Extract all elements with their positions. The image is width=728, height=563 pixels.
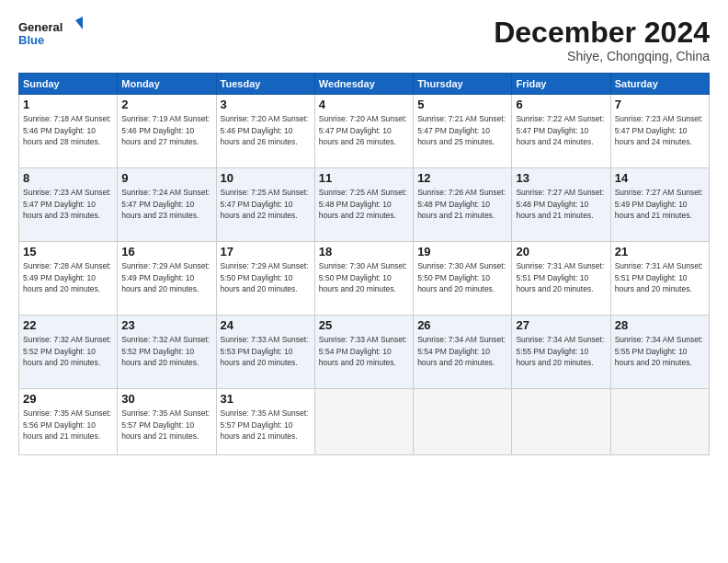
calendar-cell [512,389,610,455]
calendar-week-row: 29Sunrise: 7:35 AM Sunset: 5:56 PM Dayli… [19,389,710,455]
day-number: 4 [319,98,409,111]
svg-text:General: General [18,20,63,34]
calendar-cell: 9Sunrise: 7:24 AM Sunset: 5:47 PM Daylig… [118,168,216,242]
day-info: Sunrise: 7:23 AM Sunset: 5:47 PM Dayligh… [23,187,113,221]
day-info: Sunrise: 7:33 AM Sunset: 5:53 PM Dayligh… [221,334,311,368]
day-info: Sunrise: 7:18 AM Sunset: 5:46 PM Dayligh… [23,113,113,147]
day-number: 31 [221,392,311,406]
day-number: 14 [615,171,705,185]
page: General Blue December 2024 Shiye, Chongq… [0,0,728,563]
day-number: 1 [23,98,113,111]
calendar-day-header: Monday [118,74,216,95]
day-number: 8 [23,171,113,185]
day-info: Sunrise: 7:27 AM Sunset: 5:49 PM Dayligh… [615,187,705,221]
subtitle: Shiye, Chongqing, China [494,49,710,63]
header: General Blue December 2024 Shiye, Chongq… [18,17,710,63]
day-number: 20 [516,245,606,259]
calendar-day-header: Wednesday [314,74,413,95]
calendar-cell: 21Sunrise: 7:31 AM Sunset: 5:51 PM Dayli… [610,242,709,316]
day-info: Sunrise: 7:21 AM Sunset: 5:47 PM Dayligh… [417,113,507,147]
day-number: 5 [417,98,507,111]
day-number: 29 [23,392,113,406]
svg-text:Blue: Blue [18,33,44,47]
calendar-cell: 20Sunrise: 7:31 AM Sunset: 5:51 PM Dayli… [512,242,610,316]
calendar-cell: 10Sunrise: 7:25 AM Sunset: 5:47 PM Dayli… [216,168,314,242]
calendar-cell: 18Sunrise: 7:30 AM Sunset: 5:50 PM Dayli… [314,242,413,316]
day-info: Sunrise: 7:30 AM Sunset: 5:50 PM Dayligh… [319,260,409,294]
day-number: 7 [615,98,705,111]
day-number: 27 [516,318,606,332]
title-block: December 2024 Shiye, Chongqing, China [494,17,710,63]
calendar-cell: 17Sunrise: 7:29 AM Sunset: 5:50 PM Dayli… [216,242,314,316]
calendar-cell: 28Sunrise: 7:34 AM Sunset: 5:55 PM Dayli… [610,316,709,389]
day-info: Sunrise: 7:31 AM Sunset: 5:51 PM Dayligh… [615,260,705,294]
day-number: 12 [417,171,507,185]
day-info: Sunrise: 7:20 AM Sunset: 5:46 PM Dayligh… [221,113,311,147]
logo: General Blue [18,17,83,53]
day-number: 25 [319,318,409,332]
calendar-week-row: 8Sunrise: 7:23 AM Sunset: 5:47 PM Daylig… [19,168,710,242]
calendar-cell: 27Sunrise: 7:34 AM Sunset: 5:55 PM Dayli… [512,316,610,389]
day-number: 19 [417,245,507,259]
calendar-cell [414,389,512,455]
day-number: 26 [417,318,507,332]
day-number: 2 [121,98,211,111]
svg-marker-2 [75,17,83,29]
day-number: 17 [221,245,311,259]
day-info: Sunrise: 7:34 AM Sunset: 5:55 PM Dayligh… [615,334,705,368]
day-number: 13 [516,171,606,185]
calendar-cell: 30Sunrise: 7:35 AM Sunset: 5:57 PM Dayli… [118,389,216,455]
calendar-cell [610,389,709,455]
day-number: 9 [121,171,211,185]
calendar-cell [314,389,413,455]
day-number: 6 [516,98,606,111]
day-number: 23 [121,318,211,332]
calendar-cell: 26Sunrise: 7:34 AM Sunset: 5:54 PM Dayli… [414,316,512,389]
calendar-week-row: 15Sunrise: 7:28 AM Sunset: 5:49 PM Dayli… [19,242,710,316]
day-info: Sunrise: 7:29 AM Sunset: 5:49 PM Dayligh… [121,260,211,294]
day-number: 15 [23,245,113,259]
day-info: Sunrise: 7:35 AM Sunset: 5:56 PM Dayligh… [23,408,113,442]
calendar-day-header: Friday [512,74,610,95]
day-number: 3 [221,98,311,111]
day-info: Sunrise: 7:24 AM Sunset: 5:47 PM Dayligh… [121,187,211,221]
day-info: Sunrise: 7:30 AM Sunset: 5:50 PM Dayligh… [417,260,507,294]
calendar-cell: 23Sunrise: 7:32 AM Sunset: 5:52 PM Dayli… [118,316,216,389]
calendar-day-header: Saturday [610,74,709,95]
day-number: 11 [319,171,409,185]
calendar-cell: 1Sunrise: 7:18 AM Sunset: 5:46 PM Daylig… [19,95,118,168]
day-info: Sunrise: 7:35 AM Sunset: 5:57 PM Dayligh… [221,408,311,442]
day-info: Sunrise: 7:28 AM Sunset: 5:49 PM Dayligh… [23,260,113,294]
calendar-cell: 7Sunrise: 7:23 AM Sunset: 5:47 PM Daylig… [610,95,709,168]
calendar-cell: 8Sunrise: 7:23 AM Sunset: 5:47 PM Daylig… [19,168,118,242]
day-info: Sunrise: 7:32 AM Sunset: 5:52 PM Dayligh… [121,334,211,368]
calendar-cell: 15Sunrise: 7:28 AM Sunset: 5:49 PM Dayli… [19,242,118,316]
calendar-cell: 25Sunrise: 7:33 AM Sunset: 5:54 PM Dayli… [314,316,413,389]
calendar-cell: 11Sunrise: 7:25 AM Sunset: 5:48 PM Dayli… [314,168,413,242]
calendar-day-header: Thursday [414,74,512,95]
calendar-cell: 29Sunrise: 7:35 AM Sunset: 5:56 PM Dayli… [19,389,118,455]
day-number: 10 [221,171,311,185]
day-number: 28 [615,318,705,332]
calendar-week-row: 1Sunrise: 7:18 AM Sunset: 5:46 PM Daylig… [19,95,710,168]
calendar-cell: 13Sunrise: 7:27 AM Sunset: 5:48 PM Dayli… [512,168,610,242]
day-info: Sunrise: 7:31 AM Sunset: 5:51 PM Dayligh… [516,260,606,294]
day-info: Sunrise: 7:26 AM Sunset: 5:48 PM Dayligh… [417,187,507,221]
calendar-header-row: SundayMondayTuesdayWednesdayThursdayFrid… [19,74,710,95]
calendar-cell: 31Sunrise: 7:35 AM Sunset: 5:57 PM Dayli… [216,389,314,455]
day-info: Sunrise: 7:35 AM Sunset: 5:57 PM Dayligh… [121,408,211,442]
day-info: Sunrise: 7:32 AM Sunset: 5:52 PM Dayligh… [23,334,113,368]
day-info: Sunrise: 7:23 AM Sunset: 5:47 PM Dayligh… [615,113,705,147]
calendar-day-header: Tuesday [216,74,314,95]
day-number: 24 [221,318,311,332]
day-info: Sunrise: 7:34 AM Sunset: 5:55 PM Dayligh… [516,334,606,368]
calendar-cell: 6Sunrise: 7:22 AM Sunset: 5:47 PM Daylig… [512,95,610,168]
calendar-cell: 22Sunrise: 7:32 AM Sunset: 5:52 PM Dayli… [19,316,118,389]
day-info: Sunrise: 7:25 AM Sunset: 5:48 PM Dayligh… [319,187,409,221]
day-number: 30 [121,392,211,406]
day-info: Sunrise: 7:20 AM Sunset: 5:47 PM Dayligh… [319,113,409,147]
day-info: Sunrise: 7:22 AM Sunset: 5:47 PM Dayligh… [516,113,606,147]
calendar-cell: 24Sunrise: 7:33 AM Sunset: 5:53 PM Dayli… [216,316,314,389]
calendar-cell: 3Sunrise: 7:20 AM Sunset: 5:46 PM Daylig… [216,95,314,168]
day-info: Sunrise: 7:27 AM Sunset: 5:48 PM Dayligh… [516,187,606,221]
